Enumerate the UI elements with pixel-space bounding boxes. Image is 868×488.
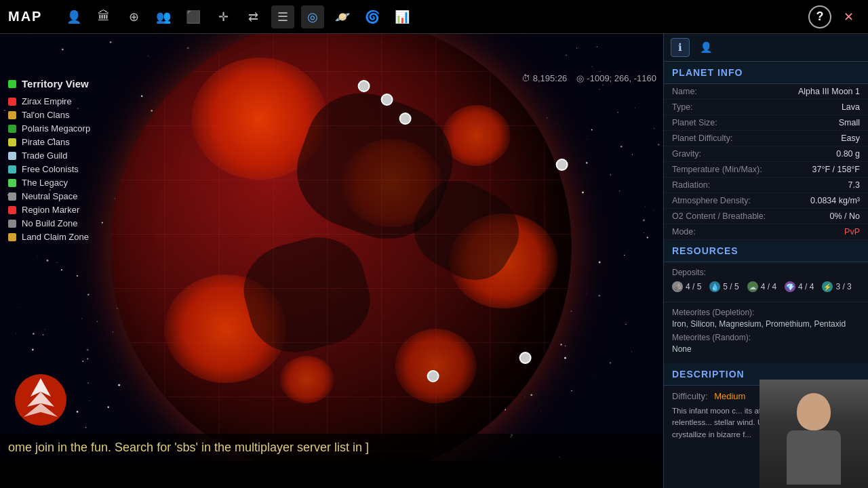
compass-icon: ◎ [576,73,584,83]
legend-item: Land Claim Zone [8,232,90,242]
legend-item: The Legacy [8,178,90,188]
deposit-icon: 💎 [785,281,795,292]
met-random-value: None [672,344,860,354]
deposits-label: Deposits: [672,268,860,277]
deposit-value: 4 / 4 [798,282,814,291]
building-icon[interactable]: 🏛 [92,5,115,28]
chart-icon[interactable]: 📊 [391,5,414,28]
deposit-value: 3 / 3 [835,282,851,291]
ticker: ome join in the fun. Search for 'sbs' in… [0,434,663,461]
info-value: Lava [842,102,860,112]
orbit-marker [358,80,370,92]
info-value: Small [839,118,860,127]
deposit-icon: 💧 [709,281,720,292]
legend-header-dot [8,80,16,88]
target-icon[interactable]: ✛ [212,5,235,28]
info-tab[interactable]: ℹ [671,38,690,57]
legend-item-label: The Legacy [22,178,68,188]
info-value: 7.3 [848,180,860,190]
game-logo [14,373,68,427]
map-coords: ⏱ 8,195:26 ◎ -1009; 266, -1160 [521,73,656,83]
legend: Territory View Zirax Empire Tal'on Clans… [8,78,90,245]
met-depletion-value: Iron, Silicon, Magnesium, Promethium, Pe… [672,319,860,329]
deposit-value: 4 / 5 [686,282,701,291]
legend-item-label: Tal'on Clans [22,110,69,120]
info-label: Type: [672,102,693,112]
panel-tabs: ℹ 👤 [664,34,868,62]
legend-item-label: Polaris Megacorp [22,123,90,134]
map-title: MAP [8,9,42,24]
info-row: Name: Alpha III Moon 1 [664,84,868,100]
legend-item-label: No Build Zone [22,218,77,228]
info-label: Mode: [672,227,696,237]
legend-item-label: Neutral Space [22,191,77,201]
info-label: Radiation: [672,180,710,190]
planet-container [111,34,572,461]
legend-items: Zirax Empire Tal'on Clans Polaris Megaco… [8,96,90,242]
info-row: Radiation: 7.3 [664,178,868,193]
topbar: MAP 👤 🏛 ⊕ 👥 ⬛ ✛ ⇄ ☰ ◎ 🪐 🌀 📊 ? ✕ [0,0,868,34]
legend-item-label: Zirax Empire [22,96,72,106]
deposit-icon: 🪨 [672,281,683,292]
person-icon[interactable]: 👤 [62,5,85,28]
legend-item: No Build Zone [8,218,90,228]
position-display: ◎ -1009; 266, -1160 [576,73,656,83]
deposit-item: ☁ 4 / 4 [747,281,776,292]
person-silhouette [773,393,854,488]
cube-icon[interactable]: ⬛ [182,5,205,28]
info-label: Temperature (Min/Max): [672,165,762,174]
compass-icon[interactable]: ◎ [301,5,324,28]
ticker-text: ome join in the fun. Search for 'sbs' in… [8,441,369,455]
list-icon[interactable]: ☰ [271,5,294,28]
webcam-person [760,380,868,488]
deposit-value: 5 / 5 [723,282,738,291]
orbit-marker [399,113,412,125]
webcam-overlay [760,380,868,488]
deposit-item: 🪨 4 / 5 [672,281,701,292]
met-depletion-label: Meteorites (Depletion): [672,308,860,317]
difficulty-label: Difficulty: [672,391,708,401]
info-row: Mode: PvP [664,224,868,240]
legend-item-label: Region Marker [22,205,79,215]
info-row: Type: Lava [664,100,868,115]
legend-item-label: Trade Guild [22,150,67,161]
info-row: Planet Difficulty: Easy [664,131,868,146]
top-icons: 👤 🏛 ⊕ 👥 ⬛ ✛ ⇄ ☰ ◎ 🪐 🌀 📊 [62,5,414,28]
swap-icon[interactable]: ⇄ [241,5,264,28]
orbit-marker [556,159,568,171]
crosshair-icon[interactable]: ⊕ [122,5,145,28]
legend-item: Neutral Space [8,191,90,201]
legend-color-dot [8,98,16,106]
info-label: O2 Content / Breathable: [672,211,766,221]
legend-header: Territory View [8,78,90,89]
orbit-marker [381,94,393,106]
info-value: Alpha III Moon 1 [798,87,860,96]
planet-info-title: PLANET INFO [664,62,868,84]
legend-color-dot [8,220,16,228]
spiral-icon[interactable]: 🌀 [361,5,384,28]
info-value: PvP [844,227,860,237]
deposit-item: ⚡ 3 / 3 [822,281,851,292]
difficulty-value: Medium [714,391,745,401]
info-value: 0% / No [830,211,860,221]
planet-icon[interactable]: 🪐 [331,5,354,28]
info-value: 37°F / 158°F [812,165,860,174]
legend-color-dot [8,125,16,133]
info-label: Atmosphere Density: [672,196,751,205]
person-tab[interactable]: 👤 [696,38,715,57]
group-icon[interactable]: 👥 [152,5,175,28]
deposit-item: 💎 4 / 4 [785,281,814,292]
legend-color-dot [8,138,16,146]
territory-grid [111,34,572,461]
time-value: 8,195:26 [533,73,568,83]
close-button[interactable]: ✕ [837,5,860,28]
legend-color-dot [8,192,16,201]
resources-title: RESOURCES [664,240,868,262]
legend-color-dot [8,111,16,119]
deposit-item: 💧 5 / 5 [709,281,738,292]
map-area: ⏱ 8,195:26 ◎ -1009; 266, -1160 Territory… [0,34,663,461]
legend-item: Free Colonists [8,164,90,174]
help-button[interactable]: ? [808,5,831,28]
legend-color-dot [8,233,16,241]
deposit-items: 🪨 4 / 5💧 5 / 5☁ 4 / 4💎 4 / 4⚡ 3 / 3 [672,281,852,292]
